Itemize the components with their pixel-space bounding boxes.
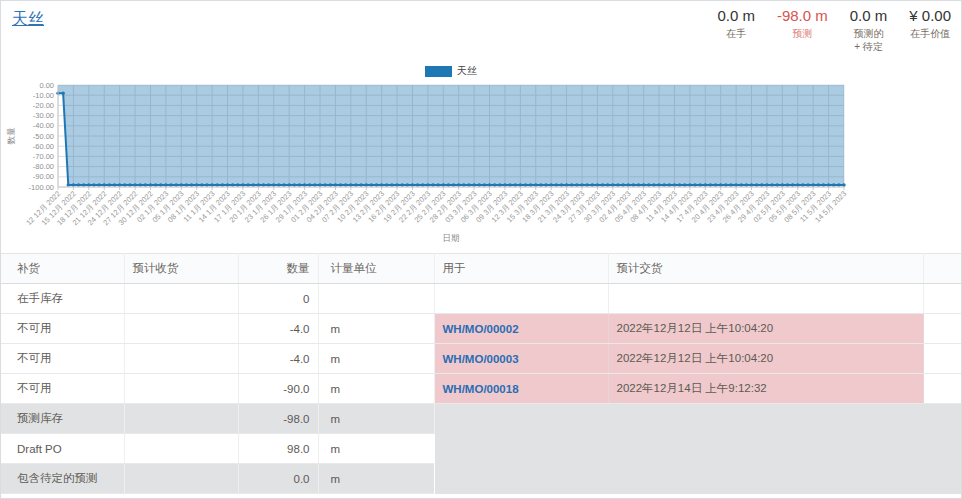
stats-row: 0.0 m 在手 -98.0 m 预测 0.0 m 预测的 + 待定 ¥ 0.0… (717, 7, 951, 53)
stat-forecast-pending-value: 0.0 m (850, 7, 888, 24)
table-row: 不可用-4.0mWH/MO/000022022年12月12日 上午10:04:2… (1, 314, 962, 344)
svg-text:-50.00: -50.00 (33, 132, 54, 141)
svg-text:-20.00: -20.00 (33, 101, 54, 110)
mo-link[interactable]: WH/MO/00018 (443, 383, 519, 395)
svg-text:-80.00: -80.00 (33, 162, 54, 171)
svg-text:-60.00: -60.00 (33, 142, 54, 151)
stat-on-hand-valuation-label: 在手价值 (909, 28, 951, 41)
table-row: 预测库存-98.0m (1, 404, 962, 434)
svg-text:-10.00: -10.00 (33, 91, 54, 100)
svg-text:-100.00: -100.00 (29, 183, 54, 192)
stat-forecast-pending-label: 预测的 + 待定 (850, 28, 888, 53)
svg-text:-70.00: -70.00 (33, 152, 54, 161)
stat-forecast-pending: 0.0 m 预测的 + 待定 (850, 7, 888, 53)
mo-link[interactable]: WH/MO/00002 (443, 323, 519, 335)
column-header-expected-delivery: 预计交货 (608, 254, 923, 284)
stat-forecast: -98.0 m 预测 (777, 7, 828, 53)
legend-color-swatch (425, 66, 452, 77)
svg-text:数量: 数量 (6, 127, 16, 145)
product-title-link[interactable]: 天丝 (12, 9, 44, 30)
stat-on-hand-label: 在手 (717, 28, 755, 41)
forecast-area-chart: 0.00-10.00-20.00-30.00-40.00-50.00-60.00… (1, 79, 962, 251)
column-header-empty (923, 254, 962, 284)
stat-on-hand: 0.0 m 在手 (717, 7, 755, 53)
table-row: 在手库存0 (1, 284, 962, 314)
mo-link[interactable]: WH/MO/00003 (443, 353, 519, 365)
stat-on-hand-value: 0.0 m (717, 7, 755, 24)
column-header-scheduled-receipt: 预计收货 (124, 254, 238, 284)
table-row: 不可用-4.0mWH/MO/000032022年12月12日 上午10:04:2… (1, 344, 962, 374)
stat-on-hand-valuation-value: ¥ 0.00 (909, 7, 951, 24)
table-empty-area (434, 404, 962, 494)
svg-text:0.00: 0.00 (39, 81, 54, 90)
column-header-used-in: 用于 (434, 254, 608, 284)
column-header-quantity: 数量 (238, 254, 318, 284)
stat-on-hand-valuation: ¥ 0.00 在手价值 (909, 7, 951, 53)
column-header-replenishment: 补货 (1, 254, 124, 284)
svg-text:-30.00: -30.00 (33, 111, 54, 120)
legend-label: 天丝 (457, 64, 477, 78)
forecast-report-page: 天丝 0.0 m 在手 -98.0 m 预测 0.0 m 预测的 + 待定 ¥ … (0, 0, 962, 499)
chart-legend-item[interactable]: 天丝 (1, 64, 901, 78)
table-row: 不可用-90.0mWH/MO/000182022年12月14日 上午9:12:3… (1, 374, 962, 404)
stat-forecast-value: -98.0 m (777, 7, 828, 24)
stat-forecast-label: 预测 (777, 28, 828, 41)
svg-text:-90.00: -90.00 (33, 172, 54, 181)
svg-text:日期: 日期 (443, 233, 460, 243)
forecast-table: 补货 预计收货 数量 计量单位 用于 预计交货 在手库存0不可用-4.0mWH/… (1, 253, 962, 494)
column-header-uom: 计量单位 (318, 254, 434, 284)
svg-text:-40.00: -40.00 (33, 121, 54, 130)
table-header-row: 补货 预计收货 数量 计量单位 用于 预计交货 (1, 254, 962, 284)
